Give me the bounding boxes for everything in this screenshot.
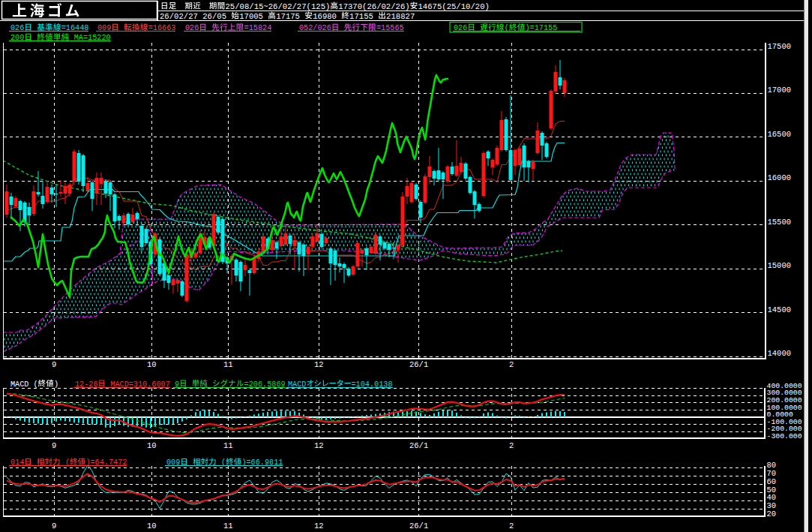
svg-text:17155: 17155 <box>349 12 378 21</box>
svg-text:16000: 16000 <box>768 173 792 182</box>
svg-text:16500: 16500 <box>768 130 792 139</box>
svg-text:14500: 14500 <box>768 305 792 314</box>
svg-text:14000: 14000 <box>768 349 792 358</box>
svg-text:12: 12 <box>314 360 324 369</box>
svg-text:12-26: 12-26 <box>75 380 98 389</box>
svg-text:=206.5869: =206.5869 <box>244 380 286 389</box>
svg-text:17005: 17005 <box>239 12 268 21</box>
svg-text:MACD (: MACD ( <box>10 380 38 389</box>
svg-text:17175: 17175 <box>276 12 304 21</box>
svg-text:9: 9 <box>52 441 56 450</box>
svg-text:17370(26/02/26): 17370(26/02/26) <box>338 2 409 11</box>
svg-text:26/1: 26/1 <box>409 441 428 450</box>
svg-text:=104.0138: =104.0138 <box>352 380 393 389</box>
svg-text:12: 12 <box>314 521 324 530</box>
svg-text:-300.000: -300.000 <box>767 432 802 440</box>
svg-text:14675(25/10/20): 14675(25/10/20) <box>418 2 490 11</box>
svg-text:20: 20 <box>767 509 777 518</box>
svg-text:11: 11 <box>223 441 233 450</box>
svg-text:10: 10 <box>147 360 157 369</box>
svg-text:10: 10 <box>147 441 157 450</box>
svg-text:2: 2 <box>509 360 514 369</box>
svg-text:26/1: 26/1 <box>409 360 428 369</box>
svg-text:15500: 15500 <box>768 218 792 227</box>
svg-text:11: 11 <box>223 521 233 530</box>
svg-text:): ) <box>54 380 58 389</box>
svg-text:2: 2 <box>509 521 514 530</box>
svg-text:17500: 17500 <box>768 42 792 51</box>
svg-text:218827: 218827 <box>386 12 415 21</box>
svg-text:10: 10 <box>147 521 157 530</box>
svg-text:26/02/27 26/05: 26/02/27 26/05 <box>160 12 231 21</box>
svg-text:25/08/15~26/02/27(125): 25/08/15~26/02/27(125) <box>226 2 331 11</box>
svg-text:16980: 16980 <box>313 12 341 21</box>
svg-text:17000: 17000 <box>768 86 792 95</box>
svg-text:9: 9 <box>52 360 56 369</box>
svg-text:26/1: 26/1 <box>409 521 428 530</box>
svg-text:MACD: MACD <box>288 380 306 389</box>
svg-text:9: 9 <box>52 521 56 530</box>
svg-text:2: 2 <box>509 441 514 450</box>
svg-text:12: 12 <box>314 441 324 450</box>
svg-text:11: 11 <box>223 360 233 369</box>
svg-text:MACD=310.6007: MACD=310.6007 <box>106 380 170 389</box>
svg-text:9: 9 <box>175 380 179 389</box>
svg-text:15000: 15000 <box>768 261 792 270</box>
